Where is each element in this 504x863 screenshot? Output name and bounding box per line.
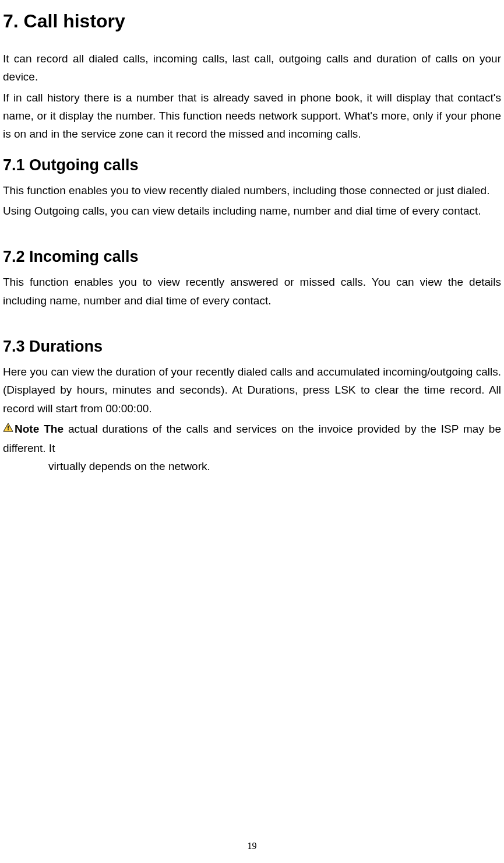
heading-durations: 7.3 Durations <box>3 338 501 356</box>
warning-icon <box>3 419 13 437</box>
heading-call-history: 7. Call history <box>3 10 501 32</box>
note-bold-text: Note The <box>15 423 64 435</box>
durations-paragraph-1: Here you can view the duration of your r… <box>3 363 501 418</box>
note-line-2: virtually depends on the network. <box>3 457 501 475</box>
intro-paragraph-2: If in call history there is a number tha… <box>3 89 501 143</box>
outgoing-paragraph-2: Using Outgoing calls, you can view detai… <box>3 202 501 220</box>
heading-outgoing-calls: 7.1 Outgoing calls <box>3 156 501 174</box>
svg-rect-0 <box>8 426 9 429</box>
page-number: 19 <box>0 841 504 851</box>
heading-incoming-calls: 7.2 Incoming calls <box>3 248 501 266</box>
note-line-1: Note The actual durations of the calls a… <box>3 420 501 457</box>
note-rest-text: actual durations of the calls and servic… <box>3 423 501 454</box>
svg-rect-1 <box>8 430 9 431</box>
outgoing-paragraph-1: This function enables you to view recent… <box>3 181 501 199</box>
incoming-paragraph-1: This function enables you to view recent… <box>3 273 501 310</box>
intro-paragraph-1: It can record all dialed calls, incoming… <box>3 50 501 86</box>
